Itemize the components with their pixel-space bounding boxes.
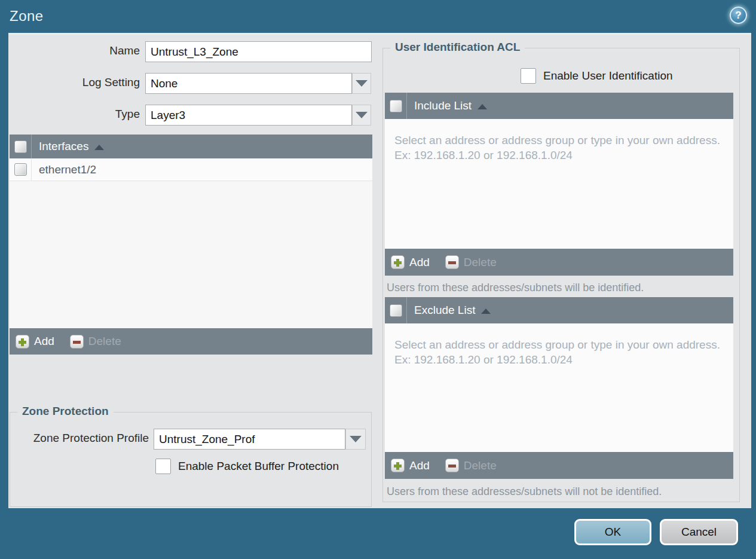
plus-icon bbox=[16, 335, 29, 349]
interfaces-table: Interfaces ethernet1/2 Add Delete bbox=[10, 135, 372, 355]
exclude-list-toolbar: Add Delete bbox=[385, 452, 733, 479]
minus-icon bbox=[445, 255, 459, 269]
include-list-add-button[interactable]: Add bbox=[391, 255, 430, 269]
zone-protection-profile-input[interactable] bbox=[154, 429, 345, 450]
zone-protection-profile-label: Zone Protection Profile bbox=[10, 432, 149, 445]
zone-dialog: Name Log Setting Type Interfaces etherne… bbox=[8, 33, 751, 508]
minus-icon bbox=[445, 459, 459, 472]
exclude-list-caption: Users from these addresses/subnets will … bbox=[387, 485, 662, 498]
plus-icon bbox=[391, 459, 405, 472]
chevron-down-icon bbox=[350, 436, 362, 442]
exclude-list-placeholder: Select an address or address group or ty… bbox=[394, 338, 723, 367]
sort-ascending-icon[interactable] bbox=[481, 308, 491, 314]
type-label: Type bbox=[8, 108, 140, 121]
packet-buffer-protection-checkbox[interactable] bbox=[155, 459, 171, 474]
exclude-list-delete-button[interactable]: Delete bbox=[445, 459, 497, 472]
cancel-button[interactable]: Cancel bbox=[660, 519, 738, 545]
name-label: Name bbox=[8, 44, 140, 57]
interface-row-checkbox[interactable] bbox=[14, 163, 27, 176]
include-list-delete-button[interactable]: Delete bbox=[445, 255, 497, 269]
name-input[interactable] bbox=[145, 41, 372, 62]
log-setting-label: Log Setting bbox=[8, 76, 140, 89]
chevron-down-icon bbox=[356, 112, 368, 118]
interfaces-select-all-checkbox[interactable] bbox=[14, 140, 27, 153]
interfaces-toolbar: Add Delete bbox=[10, 328, 372, 355]
ok-button[interactable]: OK bbox=[574, 519, 651, 545]
sort-ascending-icon[interactable] bbox=[94, 145, 104, 150]
plus-icon bbox=[391, 255, 405, 269]
exclude-list-table: Exclude List Select an address or addres… bbox=[385, 297, 733, 479]
titlebar: Zone ? bbox=[0, 0, 756, 33]
include-list-toolbar: Add Delete bbox=[385, 249, 733, 276]
interface-name: ethernet1/2 bbox=[32, 158, 96, 181]
zone-protection-legend: Zone Protection bbox=[17, 405, 114, 418]
user-identification-legend: User Identification ACL bbox=[390, 41, 525, 54]
interface-row[interactable]: ethernet1/2 bbox=[10, 158, 372, 181]
exclude-list-header-row: Exclude List bbox=[385, 297, 733, 323]
exclude-list-header-label: Exclude List bbox=[414, 304, 475, 317]
include-list-placeholder: Select an address or address group or ty… bbox=[394, 133, 723, 163]
sort-ascending-icon[interactable] bbox=[478, 104, 487, 109]
packet-buffer-protection-label: Enable Packet Buffer Protection bbox=[178, 459, 339, 474]
include-list-body[interactable]: Select an address or address group or ty… bbox=[385, 119, 733, 249]
minus-icon bbox=[70, 335, 84, 349]
zone-protection-section: Zone Protection Zone Protection Profile … bbox=[10, 412, 372, 507]
enable-user-identification-checkbox[interactable] bbox=[521, 68, 536, 84]
include-list-caption: Users from these addresses/subnets will … bbox=[387, 282, 644, 294]
type-dropdown-button[interactable] bbox=[352, 105, 371, 126]
page-title: Zone bbox=[10, 8, 44, 25]
type-input[interactable] bbox=[145, 105, 352, 126]
log-setting-dropdown-button[interactable] bbox=[352, 73, 371, 94]
interfaces-delete-button[interactable]: Delete bbox=[70, 335, 121, 349]
user-identification-section: User Identification ACL Enable User Iden… bbox=[382, 48, 740, 502]
exclude-list-select-all-checkbox[interactable] bbox=[390, 304, 402, 317]
include-list-select-all-checkbox[interactable] bbox=[390, 100, 402, 112]
zone-protection-profile-dropdown-button[interactable] bbox=[345, 429, 366, 450]
help-icon[interactable]: ? bbox=[730, 7, 747, 24]
exclude-list-body[interactable]: Select an address or address group or ty… bbox=[385, 323, 733, 452]
include-list-header-row: Include List bbox=[385, 93, 733, 119]
chevron-down-icon bbox=[356, 80, 368, 87]
include-list-table: Include List Select an address or addres… bbox=[385, 93, 733, 276]
interfaces-header-row: Interfaces bbox=[10, 135, 372, 158]
log-setting-input[interactable] bbox=[145, 73, 352, 94]
enable-user-identification-label: Enable User Identification bbox=[543, 68, 673, 84]
interfaces-header-label: Interfaces bbox=[39, 140, 88, 153]
exclude-list-add-button[interactable]: Add bbox=[391, 459, 430, 472]
interfaces-add-button[interactable]: Add bbox=[16, 335, 54, 349]
include-list-header-label: Include List bbox=[414, 99, 472, 112]
